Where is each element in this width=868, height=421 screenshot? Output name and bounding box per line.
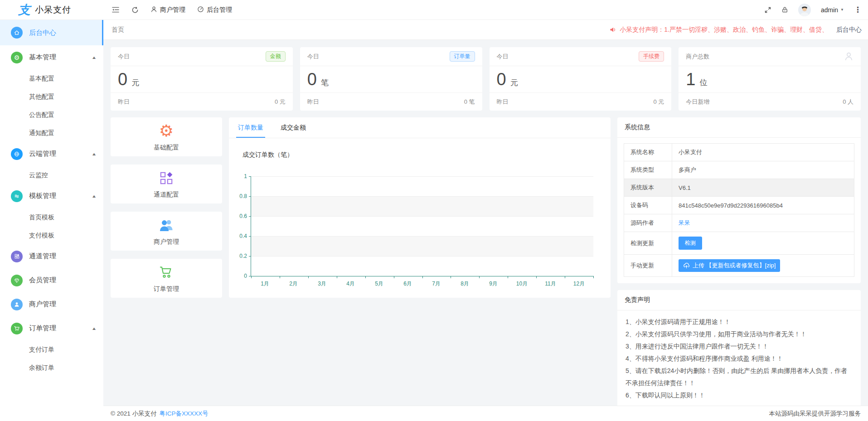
sidebar-item-label: 模板管理 xyxy=(29,192,56,200)
sidebar-subitem[interactable]: 首页模板 xyxy=(0,208,103,226)
quick-action-商户管理[interactable]: 商户管理 xyxy=(111,212,222,251)
system-info-table: 系统名称 小呆支付 系统类型 多商户 系统版本 V6.1 设备码 841c548… xyxy=(624,143,854,277)
sidebar-subitem[interactable]: 其他配置 xyxy=(0,87,103,106)
sidebar-subitem[interactable]: 支付模板 xyxy=(0,226,103,244)
quick-action-label: 基础配置 xyxy=(154,144,179,152)
quick-action-订单管理[interactable]: 订单管理 xyxy=(111,259,222,298)
stat-unit: 位 xyxy=(699,77,707,88)
stat-badge: 手续费 xyxy=(639,51,664,61)
right-column: 系统信息 系统名称 小呆支付 系统类型 多商户 系统版本 V6.1 设备码 84… xyxy=(617,117,861,406)
stat-badge: 金额 xyxy=(266,51,286,61)
x-axis-tick xyxy=(422,276,423,278)
sidebar-subitem[interactable]: 支付订单 xyxy=(0,340,103,358)
x-axis-tick xyxy=(451,276,451,278)
nav-backend-admin[interactable]: 后台管理 xyxy=(197,6,232,14)
dashboard-icon xyxy=(197,6,204,14)
fullscreen-icon[interactable] xyxy=(764,6,771,14)
upload-package-button[interactable]: 上传 【更新包或者修复包】[zip] xyxy=(679,259,780,272)
x-axis-label: 5月 xyxy=(365,280,393,288)
sidebar-subitem[interactable]: 云监控 xyxy=(0,166,103,184)
x-axis-tick xyxy=(365,276,366,278)
sidebar-subitem[interactable]: 公告配置 xyxy=(0,106,103,124)
cloud-upload-icon xyxy=(683,262,690,269)
sidebar-item[interactable]: 订单管理 ▲ xyxy=(0,316,103,340)
stat-unit: 笔 xyxy=(321,77,329,88)
quick-action-基础配置[interactable]: ⚙ 基础配置 xyxy=(111,117,222,156)
stat-card-footer: 今日新增 0 人 xyxy=(679,92,861,111)
y-axis-label: 0.6 xyxy=(239,213,247,219)
sidebar-item[interactable]: 后台中心 xyxy=(0,20,103,45)
x-axis-label: 12月 xyxy=(565,280,593,288)
nav-label: 后台管理 xyxy=(207,6,232,14)
system-info-panel: 系统信息 系统名称 小呆支付 系统类型 多商户 系统版本 V6.1 设备码 84… xyxy=(617,117,861,283)
more-vertical-icon[interactable]: ⋮ xyxy=(854,5,862,15)
stat-value: 0 xyxy=(307,71,317,88)
user-menu[interactable]: admin ▼ xyxy=(821,6,844,14)
current-tab[interactable]: 后台中心 xyxy=(836,26,862,34)
home-icon xyxy=(11,27,23,39)
stat-badge: 订单量 xyxy=(450,51,475,61)
sidebar-subitem[interactable]: 余额订单 xyxy=(0,358,103,377)
footer-icp-link[interactable]: 粤ICP备XXXXX号 xyxy=(159,410,208,418)
sidebar-subitem[interactable]: 通知配置 xyxy=(0,124,103,142)
disclaimer-title: 免责声明 xyxy=(617,290,861,310)
sidebar-item[interactable]: 通道管理 xyxy=(0,244,103,268)
system-info-label: 检测更新 xyxy=(624,232,672,255)
y-axis-tick xyxy=(249,236,251,237)
gridline xyxy=(251,236,593,237)
gem-icon xyxy=(11,275,23,286)
stat-card-value: 0 元 xyxy=(111,66,293,92)
system-info-row: 系统类型 多商户 xyxy=(624,161,854,179)
sidebar-subitem[interactable]: 基本配置 xyxy=(0,69,103,87)
x-axis-label: 8月 xyxy=(451,280,479,288)
refresh-icon[interactable] xyxy=(131,6,139,14)
y-axis-tick xyxy=(249,176,251,177)
sidebar-item-label: 商户管理 xyxy=(29,300,56,309)
author-link[interactable]: 呆呆 xyxy=(679,219,690,226)
collapse-menu-icon[interactable] xyxy=(112,6,120,13)
stat-footer-label: 昨日 xyxy=(118,98,130,106)
chevron-up-icon: ▲ xyxy=(92,152,97,156)
x-axis-label: 10月 xyxy=(508,280,536,288)
x-axis-tick xyxy=(536,276,537,278)
app-logo: 支 小呆支付 xyxy=(0,0,103,19)
quick-action-通道配置[interactable]: 通道配置 xyxy=(111,165,222,203)
x-axis-label: 4月 xyxy=(336,280,365,288)
content: 今日金额 0 元 昨日 0 元 今日订单量 0 笔 昨日 0 笔 今日手续费 0… xyxy=(103,40,868,406)
user-icon xyxy=(11,299,23,310)
check-update-button[interactable]: 检测 xyxy=(679,237,702,250)
notice-marquee: 小呆支付声明：1.严禁一切淫秽、涉赌、政治、钓鱼、诈骗、理财、借贷、 xyxy=(610,26,828,34)
nav-merchant-admin[interactable]: 商户管理 xyxy=(150,6,185,14)
chart-tab[interactable]: 成交金额 xyxy=(279,117,308,138)
x-axis-label: 11月 xyxy=(536,280,565,288)
gridline xyxy=(251,216,593,217)
topbar-right-tools: admin ▼ ⋮ xyxy=(764,4,868,16)
x-axis-tick xyxy=(394,276,394,278)
stat-footer-label: 今日新增 xyxy=(686,98,709,106)
y-axis-label: 0.4 xyxy=(239,233,247,239)
sidebar-item[interactable]: 模板管理 ▲ xyxy=(0,184,103,208)
sidebar-item[interactable]: ⚙ 基本管理 ▲ xyxy=(0,45,103,69)
system-info-label: 系统类型 xyxy=(624,161,672,179)
footer-copyright: © 2021 小呆支付 xyxy=(111,410,156,418)
lock-icon[interactable] xyxy=(781,6,788,13)
chart-tab[interactable]: 订单数量 xyxy=(236,117,265,138)
megaphone-icon xyxy=(610,26,616,33)
sidebar-item[interactable]: 会员管理 xyxy=(0,268,103,292)
middle-row: ⚙ 基础配置 通道配置 商户管理 订单管理 订单数量成交金额 成交订单数（笔） … xyxy=(111,117,861,406)
user-avatar[interactable] xyxy=(798,4,811,16)
sidebar-item[interactable]: 商户管理 xyxy=(0,292,103,316)
cart-icon xyxy=(11,323,23,334)
x-axis-label: 2月 xyxy=(279,280,308,288)
stat-footer-value: 0 人 xyxy=(843,98,853,106)
x-axis-tick xyxy=(565,276,565,278)
y-axis-label: 1 xyxy=(244,173,247,179)
breadcrumb-home[interactable]: 首页 xyxy=(112,26,124,34)
stat-card: 商户总数 1 位 今日新增 0 人 xyxy=(679,47,861,111)
stat-card: 今日金额 0 元 昨日 0 元 xyxy=(111,47,293,111)
gridline xyxy=(251,196,593,197)
sidebar-item[interactable]: 云端管理 ▲ xyxy=(0,142,103,166)
stat-footer-label: 昨日 xyxy=(497,98,509,106)
disclaimer-panel: 免责声明 1、小呆支付源码请用于正规用途！！2、小呆支付源码只供学习使用，如用于… xyxy=(617,290,861,406)
globe-icon xyxy=(11,148,23,160)
